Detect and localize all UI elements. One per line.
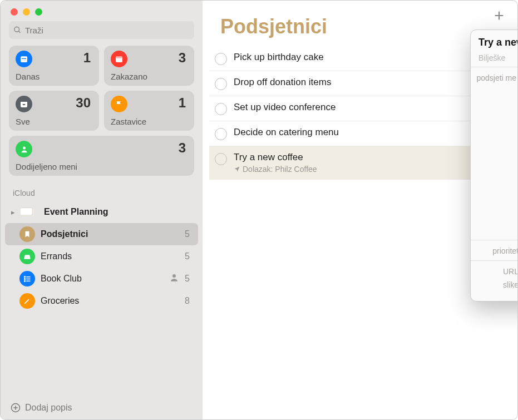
- plus-icon: [493, 9, 505, 22]
- plus-circle-icon: [11, 403, 21, 413]
- flag-icon: [111, 96, 127, 112]
- svg-point-0: [14, 27, 19, 32]
- smart-today-label: Danas: [16, 72, 40, 81]
- reminder-title: Try a new coffee: [234, 152, 505, 163]
- svg-rect-2: [21, 56, 27, 62]
- reminder-item[interactable]: Try a new coffeeDolazak: Philz Coffee: [209, 146, 505, 180]
- main-content: Podsjetnici 5 Pick up birthday cakeDrop …: [203, 1, 517, 419]
- smart-assigned-count: 3: [179, 140, 186, 156]
- remind-label: podsjeti me: [471, 72, 518, 82]
- location-arrow-icon: [234, 166, 240, 172]
- list-icon: [17, 204, 38, 220]
- smart-today[interactable]: 1 Danas: [9, 46, 99, 86]
- list-icon: [19, 226, 35, 242]
- smart-flagged-count: 1: [179, 95, 186, 111]
- complete-checkbox[interactable]: [215, 78, 227, 90]
- search-icon: [13, 26, 22, 34]
- svg-point-12: [24, 276, 25, 277]
- smart-all-label: Sve: [16, 117, 30, 126]
- window-controls: [1, 1, 203, 21]
- smart-all-count: 30: [76, 95, 91, 111]
- shared-icon: [169, 273, 179, 285]
- smart-scheduled-label: Zakazano: [111, 72, 147, 81]
- reminder-subtitle: Dolazak: Philz Coffee: [234, 165, 505, 174]
- list-count: 5: [185, 251, 190, 261]
- sidebar-list-item[interactable]: Podsjetnici5: [5, 223, 198, 245]
- svg-point-15: [172, 274, 176, 278]
- add-list-label: Dodaj popis: [25, 403, 72, 413]
- smart-scheduled-count: 3: [179, 50, 186, 66]
- reminder-title: Set up video conference: [234, 102, 505, 113]
- reminder-item[interactable]: Pick up birthday cake: [209, 46, 505, 71]
- reminder-title: Decide on catering menu: [234, 127, 505, 138]
- complete-checkbox[interactable]: [215, 153, 227, 165]
- svg-rect-3: [22, 58, 26, 59]
- list-count: 8: [185, 296, 190, 306]
- list-icon: [19, 271, 35, 286]
- url-label: URL: [471, 266, 518, 276]
- list-name: Event Planning: [44, 207, 190, 217]
- smart-assigned-label: Dodijeljeno meni: [16, 162, 77, 171]
- reminder-item[interactable]: Set up video conference: [209, 96, 505, 121]
- sidebar-list-item[interactable]: ▸Event Planning: [5, 201, 198, 223]
- priority-label: prioritet: [471, 245, 518, 255]
- tray-icon: [16, 96, 32, 112]
- smart-flagged[interactable]: 1 Zastavice: [104, 91, 194, 131]
- sidebar: 1 Danas 3 Zakazano 30 Sve: [1, 1, 203, 419]
- reminder-title: Pick up birthday cake: [234, 52, 505, 63]
- list-name: Groceries: [41, 296, 185, 306]
- complete-checkbox[interactable]: [215, 103, 227, 115]
- reminder-title: Drop off donation items: [234, 77, 505, 88]
- svg-rect-8: [20, 208, 32, 215]
- calendar-today-icon: [16, 51, 32, 67]
- svg-point-6: [23, 146, 26, 149]
- close-button[interactable]: [11, 8, 18, 16]
- sidebar-list-item[interactable]: Errands5: [5, 245, 198, 268]
- section-icloud: iCloud: [1, 181, 203, 201]
- list-icon: [19, 293, 35, 309]
- list-count: 5: [185, 274, 190, 284]
- minimize-button[interactable]: [23, 8, 30, 16]
- sidebar-list-item[interactable]: Book Club5: [5, 268, 198, 290]
- svg-line-1: [18, 31, 20, 33]
- complete-checkbox[interactable]: [215, 128, 227, 140]
- list-count: 5: [185, 229, 190, 239]
- smart-today-count: 1: [83, 50, 91, 66]
- disclosure-triangle-icon[interactable]: ▸: [11, 208, 15, 216]
- svg-rect-5: [116, 56, 122, 58]
- popover-title[interactable]: Try a new coffee: [478, 37, 518, 48]
- reminder-details-popover: Try a new coffee Bilješke podsjeti me Na…: [470, 29, 518, 302]
- calendar-icon: [111, 51, 127, 67]
- svg-point-13: [24, 278, 25, 279]
- add-list-button[interactable]: Dodaj popis: [1, 396, 203, 419]
- search-field[interactable]: [9, 21, 194, 39]
- sidebar-list-item[interactable]: Groceries8: [5, 290, 198, 312]
- notes-field[interactable]: Bilješke: [471, 53, 518, 67]
- reminder-item[interactable]: Drop off donation items: [209, 71, 505, 96]
- list-name: Podsjetnici: [41, 229, 185, 239]
- smart-lists: 1 Danas 3 Zakazano 30 Sve: [1, 46, 203, 181]
- list-name: Errands: [41, 251, 185, 261]
- images-label: slike: [471, 279, 518, 289]
- add-reminder-button[interactable]: [493, 9, 505, 24]
- maximize-button[interactable]: [35, 8, 42, 16]
- person-icon: [16, 141, 32, 157]
- list-name: Book Club: [41, 274, 169, 284]
- app-window: 1 Danas 3 Zakazano 30 Sve: [0, 0, 518, 420]
- complete-checkbox[interactable]: [215, 53, 227, 65]
- list-icon: [19, 249, 35, 264]
- smart-flagged-label: Zastavice: [111, 117, 146, 126]
- smart-assigned[interactable]: 3 Dodijeljeno meni: [9, 136, 194, 176]
- smart-all[interactable]: 30 Sve: [9, 91, 99, 131]
- reminder-item[interactable]: Decide on catering menu: [209, 121, 505, 146]
- lists: ▸Event PlanningPodsjetnici5Errands5Book …: [1, 201, 203, 312]
- svg-point-14: [24, 280, 25, 281]
- search-input[interactable]: [25, 26, 190, 35]
- smart-scheduled[interactable]: 3 Zakazano: [104, 46, 194, 86]
